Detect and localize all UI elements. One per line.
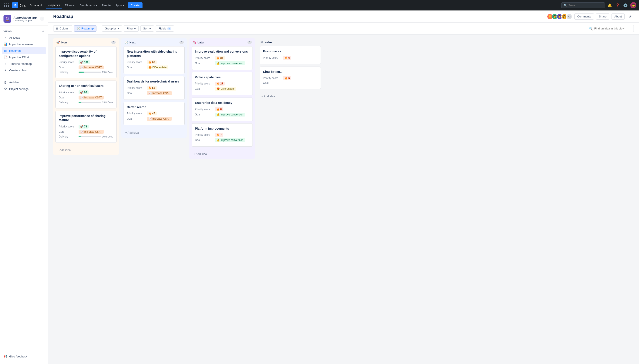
priority-label: Priority score	[127, 61, 145, 64]
priority-score-badge: 🔥 34	[215, 56, 225, 60]
sidebar-item-timeline-roadmap[interactable]: ≡ Timeline roadmap	[2, 60, 46, 67]
card-card-6[interactable]: Better searchPriority score🔥 45Goal📈 Inc…	[124, 102, 185, 126]
card-card-10[interactable]: Platform improvementsPriority score🔥 7Go…	[192, 123, 253, 147]
card-title: New integration with video sharing platf…	[127, 50, 181, 58]
card-card-7[interactable]: Improve evaluation and conversionsPriori…	[192, 46, 253, 70]
nav-people[interactable]: People	[100, 2, 113, 8]
goal-label: Goal	[59, 96, 77, 99]
sidebar-item-impact-effort[interactable]: 📈 Impact vs Effort	[2, 54, 46, 60]
settings-icon[interactable]: ⚙️	[622, 2, 628, 8]
card-title: Sharing to non-technical users	[59, 84, 113, 88]
all-ideas-icon: ≡	[4, 36, 8, 39]
jira-logo[interactable]: Jira	[12, 2, 26, 8]
top-navigation: Jira Your work Projects ▾ Filters ▾ Dash…	[0, 0, 639, 10]
user-avatar[interactable]: 👩	[630, 2, 636, 8]
add-idea-button-now[interactable]: + Add idea	[56, 147, 116, 153]
add-view-icon[interactable]: +	[42, 30, 44, 34]
project-name: Appreciation app	[14, 16, 37, 19]
column-title-later: 🦄Later	[192, 40, 204, 44]
sort-plus-icon: +	[150, 27, 151, 30]
sidebar-item-feedback[interactable]: 📢 Give feedback	[2, 353, 46, 360]
global-search[interactable]: 🔍	[561, 2, 605, 8]
priority-score-badge: 🔥 27	[215, 82, 225, 86]
nav-apps[interactable]: Apps ▾	[113, 2, 126, 8]
add-idea-button-novalue[interactable]: + Add idea	[260, 94, 320, 99]
goal-label: Goal	[195, 138, 214, 142]
column-body-later: Improve evaluation and conversionsPriori…	[190, 46, 255, 149]
notifications-icon[interactable]: 🔔	[607, 2, 613, 8]
goal-label: Goal	[127, 117, 145, 120]
create-view-icon: +	[4, 68, 8, 72]
delivery-progress-fill	[78, 136, 81, 137]
card-card-11[interactable]: First-time ex...Priority score🔥 6	[260, 46, 321, 64]
sidebar-feedback: 📢 Give feedback	[0, 351, 48, 362]
sidebar-item-archive[interactable]: 🗑 Archive	[2, 79, 46, 86]
column-button[interactable]: ⊞ Column	[53, 25, 72, 32]
nav-dashboards[interactable]: Dashboards ▾	[77, 2, 99, 8]
column-now: 🚀Now3Improve discoverability of configur…	[53, 38, 119, 155]
idea-search[interactable]: 🔍	[586, 25, 634, 32]
idea-search-icon: 🔍	[588, 26, 593, 30]
card-card-5[interactable]: Dashboards for non-technical usersPriori…	[124, 76, 185, 100]
nav-projects[interactable]: Projects ▾	[46, 2, 62, 8]
card-card-9[interactable]: Enterprise data residencyPriority score🔥…	[192, 98, 253, 121]
sidebar-item-create-view[interactable]: + Create a view	[2, 67, 46, 74]
goal-badge: 📈 Increase CSAT	[147, 91, 172, 95]
card-card-3[interactable]: Improve performance of sharing featurePr…	[56, 111, 116, 143]
sidebar-collapse-btn[interactable]: ‹	[40, 16, 44, 21]
priority-score-badge: 🔥 7	[215, 133, 223, 137]
sort-button[interactable]: Sort +	[140, 25, 154, 32]
goal-badge: 📈 Increase CSAT	[78, 96, 104, 100]
sidebar-item-all-ideas[interactable]: ≡ All ideas	[2, 34, 46, 41]
sidebar-item-roadmap[interactable]: ⊞ Roadmap	[2, 47, 46, 54]
next-title: Next	[130, 41, 136, 44]
main-nav: Your work Projects ▾ Filters ▾ Dashboard…	[28, 2, 560, 8]
expand-button[interactable]: ⤢	[627, 13, 634, 20]
card-title: Dashboards for non-technical users	[127, 80, 181, 84]
jira-logo-text: Jira	[20, 4, 26, 7]
about-button[interactable]: About	[612, 13, 624, 20]
goal-label: Goal	[195, 62, 214, 65]
column-title-next: 🕐Next	[124, 40, 136, 44]
goal-label: Goal	[195, 87, 214, 90]
nav-filters[interactable]: Filters ▾	[63, 2, 77, 8]
sidebar-item-impact-assessment[interactable]: 📊 Impact assessment	[2, 41, 46, 47]
card-card-1[interactable]: Improve discoverability of configuration…	[56, 46, 116, 78]
priority-label: Priority score	[195, 108, 214, 111]
fields-button[interactable]: Fields 4	[156, 25, 174, 32]
kanban-board: 🚀Now3Improve discoverability of configur…	[48, 34, 639, 364]
column-header-next: 🕐Next3	[121, 38, 187, 46]
card-card-8[interactable]: Video capabilitiesPriority score🔥 27Goal…	[192, 72, 253, 96]
card-card-12[interactable]: Chat-bot su...Priority score🔥 6Goal	[260, 66, 321, 89]
groupby-button[interactable]: Group by +	[102, 25, 122, 32]
column-icon: ⊞	[56, 27, 58, 30]
priority-label: Priority score	[195, 56, 214, 60]
add-idea-button-next[interactable]: + Add idea	[124, 130, 184, 136]
avatar-stack: 😊 🧑 👦 👩 +3	[547, 14, 572, 20]
search-input[interactable]	[568, 4, 601, 7]
priority-label: Priority score	[127, 86, 145, 90]
priority-score-badge: 🚀 90	[78, 90, 88, 94]
card-card-2[interactable]: Sharing to non-technical usersPriority s…	[56, 80, 116, 108]
app-switcher[interactable]	[2, 2, 11, 8]
help-icon[interactable]: ❓	[614, 2, 621, 8]
sidebar-item-project-settings[interactable]: ⚙ Project settings	[2, 86, 46, 92]
goal-badge: 📈 Increase CSAT	[147, 117, 172, 121]
share-button[interactable]: Share	[596, 13, 609, 20]
idea-search-input[interactable]	[594, 27, 631, 30]
card-card-4[interactable]: New integration with video sharing platf…	[124, 46, 185, 74]
delivery-progress-fill	[78, 72, 84, 73]
fields-count-badge: 4	[167, 27, 171, 30]
create-button[interactable]: Create	[128, 2, 142, 8]
nav-your-work[interactable]: Your work	[28, 2, 45, 8]
filter-button[interactable]: Filter +	[124, 25, 138, 32]
comments-button[interactable]: Comments	[574, 13, 594, 20]
topnav-right: 🔍 🔔 ❓ ⚙️ 👩	[561, 2, 636, 8]
project-header: 🔮 Appreciation app Discovery project ‹	[0, 13, 48, 26]
roadmap-button[interactable]: 🕐 Roadmap	[74, 25, 96, 32]
column-novalue: No valueFirst-time ex...Priority score🔥 …	[258, 38, 323, 102]
card-title: Improve discoverability of configuration…	[59, 50, 113, 58]
impact-assessment-icon: 📊	[4, 42, 8, 46]
column-title-novalue: No value	[260, 40, 272, 44]
add-idea-button-later[interactable]: + Add idea	[192, 151, 252, 157]
